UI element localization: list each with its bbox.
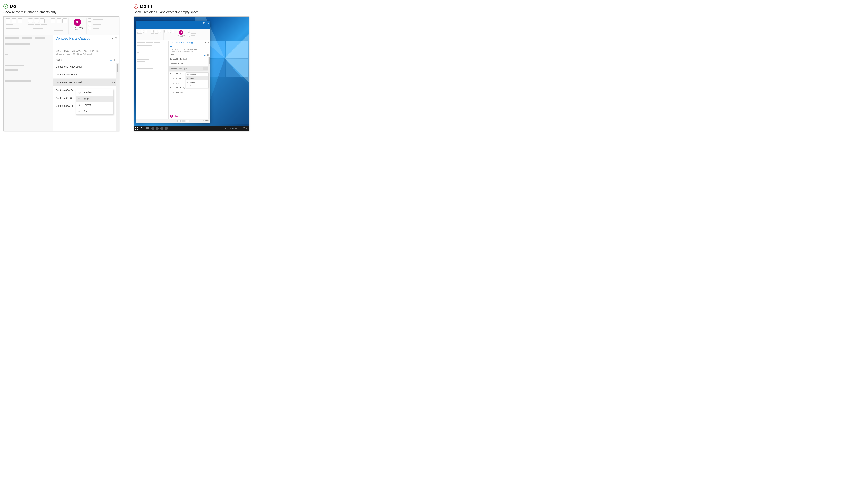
parts-catalog-button[interactable]: Parts Catalog Contoso: [177, 30, 186, 38]
insert-icon: ⇤: [78, 97, 81, 100]
menu-pin[interactable]: ⊸Pin: [76, 108, 113, 114]
view-button[interactable]: [186, 120, 189, 122]
view-button[interactable]: [182, 120, 185, 122]
dont-column: Don't Show unrelated UI and excessive em…: [134, 3, 257, 131]
window-titlebar: — ☐ ✕: [136, 21, 210, 25]
task-pane: Contoso Parts Catalog ▼ × LED - R30 - 27…: [53, 35, 119, 131]
sort-down-icon: ↓: [176, 54, 177, 56]
list-header[interactable]: Name↓ ☰ ⊞: [53, 57, 119, 63]
format-icon: ⚙: [187, 81, 189, 83]
svg-rect-3: [225, 59, 248, 77]
zoom-level[interactable]: 100%: [205, 120, 209, 121]
do-screenshot: Parts Catalog Contoso: [3, 16, 119, 131]
context-menu: ◎Preview ⇤Insert ⚙Format ⊸Pin: [76, 89, 113, 115]
taskbar-app-icon[interactable]: [165, 127, 168, 130]
list-view-icon[interactable]: ☰: [204, 54, 206, 56]
status-bar: − + 100%: [136, 119, 210, 122]
list-item[interactable]: Contoso 60 - 65w Equal: [169, 57, 210, 62]
wifi-icon[interactable]: ⟡: [230, 128, 231, 129]
menu-preview[interactable]: ◎Preview: [186, 73, 208, 76]
more-icon[interactable]: • • •: [203, 67, 209, 70]
brand-name: Contoso: [174, 115, 181, 117]
volume-icon[interactable]: 🔊: [232, 128, 234, 129]
svg-rect-16: [148, 128, 148, 129]
zoom-slider[interactable]: [192, 121, 202, 121]
notifications-icon[interactable]: ▤: [246, 128, 248, 129]
scrollbar[interactable]: [116, 63, 119, 131]
menu-insert[interactable]: ⇤Insert: [76, 96, 113, 102]
app-window: — ☐ ✕ Parts Catalog Contoso: [136, 21, 210, 122]
scrollbar[interactable]: [208, 57, 210, 119]
lightbulb-icon: [179, 30, 183, 35]
result-count: 16 results in LED - R30 - 60-65 Watt Equ…: [169, 51, 210, 53]
maximize-icon[interactable]: ☐: [203, 22, 205, 24]
menu-preview[interactable]: ◎Preview: [76, 89, 113, 96]
menu-format[interactable]: ⚙Format: [186, 80, 208, 84]
breadcrumb: LED - R30 - 2700K - Warm White: [169, 49, 210, 51]
list-item[interactable]: Contoso 85w Equal: [169, 62, 210, 66]
sort-down-icon: ↓: [63, 58, 65, 62]
brand-footer: C Contoso: [169, 114, 182, 118]
svg-rect-10: [135, 129, 137, 130]
grid-view-icon[interactable]: ⊞: [114, 58, 116, 62]
svg-rect-8: [135, 127, 137, 128]
dropdown-icon[interactable]: ▼: [112, 37, 114, 40]
list-item[interactable]: Contoso 85w Equal: [169, 90, 210, 95]
close-icon[interactable]: ✕: [207, 22, 209, 24]
more-icon[interactable]: • • •: [109, 81, 116, 84]
breadcrumb: LED - R30 - 2700K - Warm White: [53, 49, 119, 53]
svg-rect-15: [147, 128, 147, 129]
preview-icon: ◎: [187, 74, 189, 75]
close-icon[interactable]: ×: [208, 41, 209, 44]
list-item[interactable]: Contoso 60 - 65w Equal: [53, 63, 119, 71]
taskbar-app-icon[interactable]: [151, 127, 154, 130]
taskbar-app-icon[interactable]: [156, 127, 159, 130]
start-icon[interactable]: [135, 127, 138, 130]
list-header[interactable]: Name↓ ☰ ⊞: [169, 53, 210, 57]
document-placeholder: [4, 35, 56, 86]
task-view-icon[interactable]: [145, 127, 150, 130]
zoom-in-icon[interactable]: +: [203, 120, 204, 121]
pin-icon: ⊸: [78, 110, 81, 113]
do-subtitle: Show relevant interface elements only.: [3, 10, 127, 14]
hamburger-menu[interactable]: [53, 42, 119, 49]
grid-view-icon[interactable]: ⊞: [207, 54, 209, 56]
dont-screenshot: — ☐ ✕ Parts Catalog Contoso: [134, 16, 249, 131]
dropdown-icon[interactable]: ▼: [205, 42, 206, 43]
svg-rect-9: [137, 127, 138, 128]
ribbon: Parts Catalog Contoso: [4, 17, 119, 35]
clock[interactable]: 6:30 AM 7/30/2015: [238, 127, 245, 130]
parts-catalog-button[interactable]: Parts Catalog Contoso: [70, 18, 85, 31]
ribbon: Parts Catalog Contoso: [136, 29, 210, 40]
pane-title: Contoso Parts Catalog: [55, 37, 110, 40]
system-tray[interactable]: ^ ▭ ⟡ 🔊 ⌨ 6:30 AM 7/30/2015 ▤: [225, 127, 248, 130]
list-item[interactable]: Contoso 60 - 65w Equal• • •: [169, 66, 210, 72]
list-item[interactable]: Contoso 85w Equal: [53, 71, 119, 79]
dont-subtitle: Show unrelated UI and excessive empty sp…: [134, 10, 257, 14]
x-icon: [134, 4, 138, 9]
view-button[interactable]: [178, 120, 181, 122]
svg-rect-1: [225, 41, 248, 58]
taskbar-app-icon[interactable]: [160, 127, 163, 130]
menu-insert[interactable]: ⇤Insert: [186, 76, 208, 80]
task-pane: Contoso Parts Catalog ▼ × LED - R30 - 27…: [168, 41, 210, 119]
svg-point-12: [141, 128, 142, 129]
chevron-up-icon[interactable]: ^: [225, 128, 226, 129]
menu-pin[interactable]: ⊸Pin: [186, 84, 208, 88]
taskbar: ^ ▭ ⟡ 🔊 ⌨ 6:30 AM 7/30/2015 ▤: [134, 126, 249, 131]
keyboard-icon[interactable]: ⌨: [235, 128, 237, 129]
battery-icon[interactable]: ▭: [227, 128, 228, 129]
svg-line-13: [142, 129, 143, 130]
search-icon[interactable]: [139, 127, 144, 130]
list-item[interactable]: Contoso 60 - 65w Equal• • •: [53, 79, 119, 87]
preview-icon: ◎: [78, 91, 81, 94]
list-view-icon[interactable]: ☰: [110, 58, 112, 62]
hamburger-menu[interactable]: [169, 44, 210, 49]
close-icon[interactable]: ×: [115, 37, 117, 40]
zoom-out-icon[interactable]: −: [190, 120, 191, 121]
minimize-icon[interactable]: —: [199, 22, 201, 24]
pin-icon: ⊸: [187, 85, 189, 87]
svg-marker-6: [225, 34, 249, 82]
lightbulb-icon: [74, 19, 81, 26]
menu-format[interactable]: ⚙Format: [76, 102, 113, 108]
